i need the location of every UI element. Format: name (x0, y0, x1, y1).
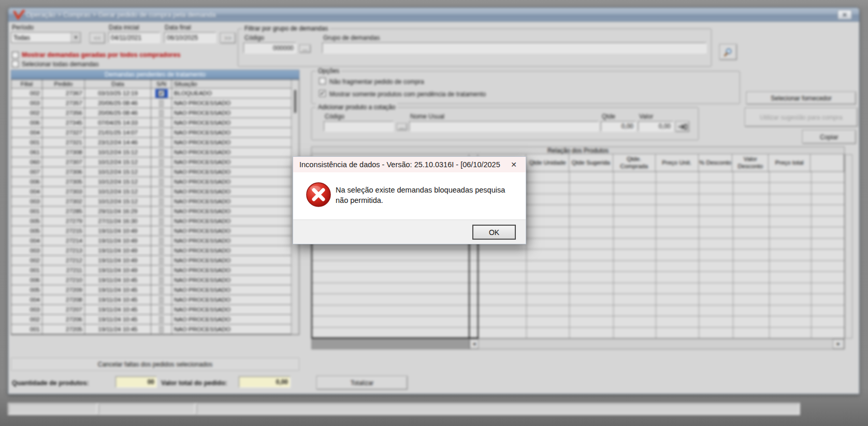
add-produto-button[interactable] (675, 121, 689, 132)
table-row[interactable]: 0602730710/12/24 15:12NAO PROCESSADO (11, 157, 292, 167)
mostrar-somente-checkbox[interactable]: ✔ (319, 90, 326, 97)
mostrar-compradores-checkbox[interactable] (12, 52, 19, 58)
table-row[interactable]: 0042730310/12/24 15:12NAO PROCESSADO (11, 187, 292, 197)
sn-checkbox[interactable] (159, 297, 164, 303)
next-period-button[interactable]: >> (220, 33, 236, 43)
table-row[interactable]: 0032721319/11/24 10:49NAO PROCESSADO (11, 246, 292, 256)
sn-checkbox[interactable] (159, 110, 164, 116)
table-row[interactable]: 0032720719/11/24 10:45NAO PROCESSADO (11, 305, 292, 315)
codigo-grupo-field[interactable] (243, 42, 296, 53)
table-row[interactable]: 0042720819/11/24 10:45NAO PROCESSADO (11, 295, 292, 305)
valor-field[interactable] (638, 121, 673, 131)
produtos-column-header[interactable]: % Desconto (699, 154, 733, 171)
table-row[interactable]: 0042721419/11/24 10:49NAO PROCESSADO (11, 236, 292, 246)
produtos-vertical-scrollbar[interactable] (845, 154, 852, 339)
nao-fragmentar-checkbox[interactable] (319, 78, 326, 84)
produto-codigo-field[interactable] (324, 121, 394, 131)
data-final-field[interactable] (164, 32, 216, 43)
sn-checkbox[interactable] (159, 287, 164, 293)
selecionar-todas-checkbox[interactable] (12, 61, 19, 67)
selecionar-fornecedor-button[interactable]: Selecionar fornecedor (746, 92, 856, 105)
dialog-close-button[interactable]: ✕ (507, 159, 520, 170)
arrow-right-icon[interactable]: ► (833, 339, 844, 349)
demandas-column-header[interactable]: S/N (151, 80, 172, 89)
produtos-horizontal-scrollbar[interactable]: ◄ ► (311, 339, 845, 349)
table-row[interactable]: 0072730610/12/24 15:12NAO PROCESSADO (11, 167, 292, 177)
demandas-column-header[interactable]: Pedido (42, 80, 85, 89)
sn-checkbox[interactable] (159, 267, 164, 274)
scrollbar-track[interactable] (479, 339, 833, 349)
table-row[interactable]: 0032735720/06/25 08:46NAO PROCESSADO (11, 98, 292, 108)
sn-checkbox[interactable] (159, 277, 164, 284)
sn-checkbox[interactable] (159, 179, 164, 185)
sn-checkbox[interactable] (159, 316, 164, 323)
demandas-column-header[interactable]: Situação (172, 80, 292, 89)
grupo-demandas-field[interactable] (322, 42, 706, 53)
sn-checkbox[interactable] (159, 149, 164, 156)
sn-checkbox[interactable] (159, 238, 164, 244)
sn-checkbox[interactable] (159, 159, 164, 166)
totalizar-button[interactable]: Totalizar (316, 376, 408, 390)
table-row[interactable]: 0052720919/11/24 10:45NAO PROCESSADO (11, 285, 292, 295)
sn-checkbox[interactable] (159, 306, 164, 313)
data-inicial-field[interactable] (108, 32, 160, 43)
produtos-column-header[interactable]: Qtde. Comprada (613, 154, 656, 171)
periodo-select[interactable]: Todas ▼ (11, 32, 81, 43)
table-row[interactable]: 0052721519/11/24 10:49NAO PROCESSADO (11, 226, 292, 236)
copiar-button[interactable]: Copiar (802, 130, 856, 144)
table-row[interactable]: 0012721119/11/24 10:49NAO PROCESSADO (11, 266, 292, 275)
sn-checkbox[interactable] (159, 129, 164, 136)
qtde-field[interactable] (601, 121, 636, 131)
sn-checkbox[interactable] (159, 228, 164, 234)
produto-browse-button[interactable]: ... (397, 123, 407, 130)
table-row[interactable]: 0062734507/04/25 14:33NAO PROCESSADO (11, 118, 292, 128)
table-row[interactable]: 0062721019/11/24 10:45NAO PROCESSADO (11, 275, 292, 285)
table-row[interactable]: 0022721219/11/24 10:49NAO PROCESSADO (11, 256, 292, 266)
table-row[interactable]: 0032730210/12/24 15:12NAO PROCESSADO (11, 197, 292, 207)
table-row[interactable]: 0022720619/11/24 10:45NAO PROCESSADO (11, 315, 292, 325)
nome-usual-field[interactable] (409, 121, 599, 131)
utilizar-sugestao-button[interactable]: Utilizar sugestão para compra (745, 108, 858, 127)
produtos-column-header-empty (811, 154, 844, 171)
sn-checkbox[interactable] (159, 218, 164, 225)
sn-checkbox[interactable] (159, 208, 164, 215)
arrow-left-icon[interactable]: ◄ (470, 339, 479, 349)
codigo-grupo-browse-button[interactable]: ... (299, 45, 311, 53)
sn-checkbox[interactable] (159, 198, 164, 205)
table-row[interactable]: 0052727927/11/24 16:30NAO PROCESSADO (11, 216, 292, 226)
sn-checkbox[interactable] (159, 120, 164, 126)
produtos-column-header[interactable]: Preço Unit. (656, 154, 699, 171)
scrollbar-thumb[interactable] (294, 90, 296, 113)
valor-total-field[interactable] (239, 376, 291, 388)
ok-button[interactable]: OK (472, 225, 516, 240)
table-row[interactable]: 0012728529/11/24 16:29NAO PROCESSADO (11, 207, 292, 216)
sn-checkbox[interactable] (159, 326, 164, 333)
table-row[interactable]: 0042732721/01/25 14:07NAO PROCESSADO (11, 128, 292, 138)
cancelar-faltas-button[interactable]: Cancelar faltas dos pedidos selecionados (11, 358, 299, 371)
table-row[interactable]: 0612730810/12/24 15:12NAO PROCESSADO (11, 148, 292, 157)
demandas-column-header[interactable]: Filial (11, 80, 42, 89)
produtos-column-header[interactable]: Qtde Unidade (526, 154, 569, 171)
produtos-column-header[interactable]: Preço total (769, 154, 811, 171)
table-row[interactable]: 0012732123/12/24 14:46NAO PROCESSADO (11, 138, 292, 148)
demandas-column-header[interactable]: Data (85, 80, 151, 89)
sn-checkbox[interactable] (159, 247, 164, 254)
produtos-column-header[interactable]: Valor Desconto (732, 154, 769, 171)
window-close-button[interactable]: ✕ (837, 10, 852, 20)
table-row[interactable]: 0022735620/06/25 08:46NAO PROCESSADO (11, 108, 292, 118)
sn-checkbox[interactable] (159, 100, 164, 107)
situacao-cell: NAO PROCESSADO (172, 315, 292, 325)
table-row[interactable]: 0062730510/12/24 15:12NAO PROCESSADO (11, 177, 292, 187)
previous-period-button[interactable]: << (90, 33, 105, 43)
sn-checkbox[interactable] (159, 169, 164, 175)
search-button[interactable] (719, 44, 737, 60)
table-row[interactable]: 0022736703/10/25 12:19✔BLOQUEADO (11, 89, 292, 98)
sn-checkbox[interactable] (159, 257, 164, 264)
table-row[interactable]: 0012720519/11/24 10:45NAO PROCESSADO (11, 325, 292, 334)
quantidade-produtos-field[interactable] (115, 376, 157, 388)
sn-checkbox[interactable] (159, 139, 164, 146)
sn-checkbox[interactable] (159, 188, 164, 195)
chevron-down-icon[interactable]: ▼ (71, 33, 80, 42)
sn-checkbox-checked[interactable]: ✔ (158, 90, 165, 97)
produtos-column-header[interactable]: Qtde Sugerida (569, 154, 613, 171)
